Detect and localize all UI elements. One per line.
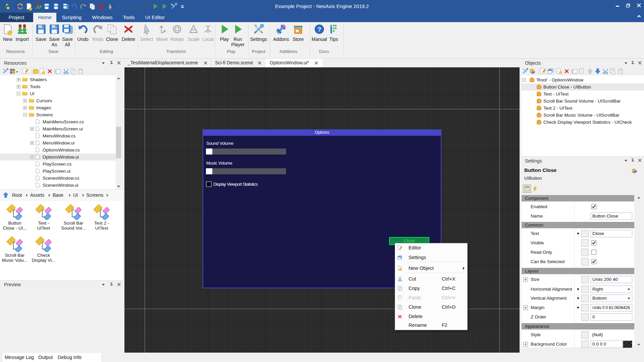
svg-text:?: ? [317,26,321,33]
